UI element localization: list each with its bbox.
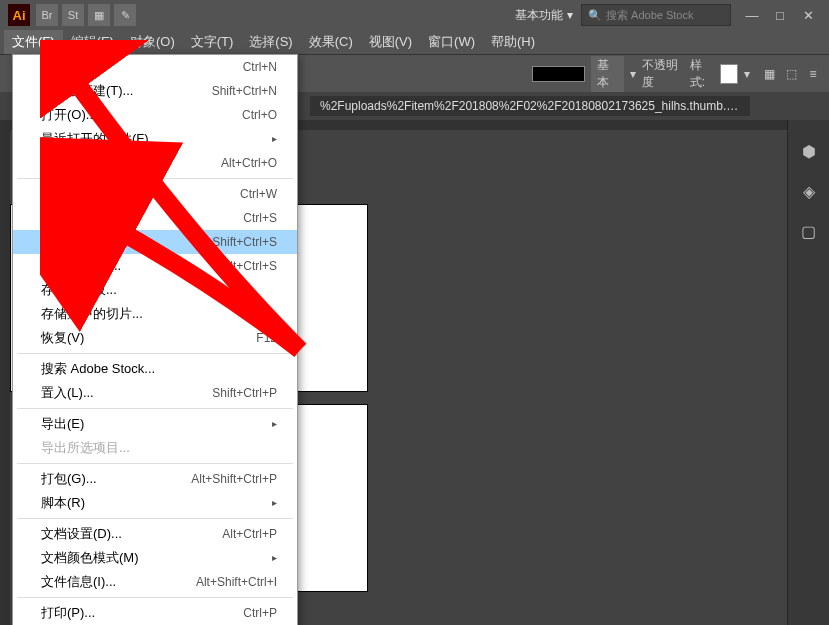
menu-item-shortcut: Shift+Ctrl+S xyxy=(212,233,277,251)
menu-item-23[interactable]: 文档设置(D)...Alt+Ctrl+P xyxy=(13,522,297,546)
style-swatch[interactable] xyxy=(720,64,738,84)
menu-item-shortcut: Shift+Ctrl+N xyxy=(212,82,277,100)
menu-window[interactable]: 窗口(W) xyxy=(420,30,483,54)
menu-item-label: 关闭(C) xyxy=(41,185,85,203)
minimize-button[interactable]: — xyxy=(739,6,765,24)
menu-item-18: 导出所选项目... xyxy=(13,436,297,460)
extras-icon[interactable]: ✎ xyxy=(114,4,136,26)
menu-item-14[interactable]: 搜索 Adobe Stock... xyxy=(13,357,297,381)
menu-item-label: 存储为模板... xyxy=(41,281,117,299)
menu-item-12[interactable]: 恢复(V)F12 xyxy=(13,326,297,350)
opacity-label: 不透明度 xyxy=(642,57,684,91)
menu-item-11[interactable]: 存储选中的切片... xyxy=(13,302,297,326)
maximize-button[interactable]: □ xyxy=(767,6,793,24)
menu-item-label: 文档设置(D)... xyxy=(41,525,122,543)
menu-item-4: 在 Bridge 中浏览...Alt+Ctrl+O xyxy=(13,151,297,175)
document-tab[interactable]: %2Fuploads%2Fitem%2F201808%2F02%2F201808… xyxy=(310,96,750,116)
workspace-switcher[interactable]: 基本功能 ▾ xyxy=(507,5,581,26)
app-logo-icon: Ai xyxy=(8,4,30,26)
style-label: 样式: xyxy=(690,57,714,91)
menu-item-label: 打开(O)... xyxy=(41,106,97,124)
menu-separator xyxy=(17,178,293,179)
menu-item-shortcut: Alt+Ctrl+P xyxy=(222,525,277,543)
workspace-label: 基本功能 xyxy=(515,7,563,24)
transform-icon[interactable]: ⬚ xyxy=(783,65,799,83)
menu-item-label: 导出所选项目... xyxy=(41,439,130,457)
chevron-down-icon[interactable]: ▾ xyxy=(744,67,750,81)
menu-item-label: 在 Bridge 中浏览... xyxy=(41,154,149,172)
menu-item-shortcut: Alt+Ctrl+S xyxy=(222,257,277,275)
menubar: 文件(F) 编辑(E) 对象(O) 文字(T) 选择(S) 效果(C) 视图(V… xyxy=(0,30,829,54)
menu-item-27[interactable]: 打印(P)...Ctrl+P xyxy=(13,601,297,625)
menu-item-1[interactable]: 从模板新建(T)...Shift+Ctrl+N xyxy=(13,79,297,103)
menu-item-0[interactable]: 新建(N)...Ctrl+N xyxy=(13,55,297,79)
menu-item-shortcut: Shift+Ctrl+P xyxy=(212,384,277,402)
menu-item-24[interactable]: 文档颜色模式(M) xyxy=(13,546,297,570)
panel-menu-icon[interactable]: ≡ xyxy=(805,65,821,83)
menu-item-label: 文件信息(I)... xyxy=(41,573,116,591)
menu-item-label: 脚本(R) xyxy=(41,494,85,512)
menu-item-label: 搜索 Adobe Stock... xyxy=(41,360,155,378)
align-icon[interactable]: ▦ xyxy=(762,65,778,83)
menu-item-shortcut: Ctrl+W xyxy=(240,185,277,203)
menu-edit[interactable]: 编辑(E) xyxy=(63,30,122,54)
libraries-icon[interactable]: ⬢ xyxy=(798,140,820,162)
menu-separator xyxy=(17,518,293,519)
menu-item-3[interactable]: 最近打开的文件(F) xyxy=(13,127,297,151)
menu-item-shortcut: F12 xyxy=(256,329,277,347)
menu-item-label: 存储(S) xyxy=(41,209,84,227)
menu-item-shortcut: Alt+Shift+Ctrl+I xyxy=(196,573,277,591)
menu-separator xyxy=(17,597,293,598)
menu-help[interactable]: 帮助(H) xyxy=(483,30,543,54)
menu-item-label: 文档颜色模式(M) xyxy=(41,549,139,567)
menu-item-label: 从模板新建(T)... xyxy=(41,82,133,100)
menu-item-9[interactable]: 存储副本(Y)...Alt+Ctrl+S xyxy=(13,254,297,278)
menu-object[interactable]: 对象(O) xyxy=(122,30,183,54)
chevron-down-icon[interactable]: ▾ xyxy=(630,67,636,81)
menu-item-label: 新建(N)... xyxy=(41,58,96,76)
close-button[interactable]: ✕ xyxy=(795,6,821,24)
menu-select[interactable]: 选择(S) xyxy=(241,30,300,54)
layers-icon[interactable]: ◈ xyxy=(798,180,820,202)
menu-item-label: 导出(E) xyxy=(41,415,84,433)
artboards-icon[interactable]: ▢ xyxy=(798,220,820,242)
menu-item-2[interactable]: 打开(O)...Ctrl+O xyxy=(13,103,297,127)
menu-separator xyxy=(17,408,293,409)
menu-separator xyxy=(17,463,293,464)
menu-item-21[interactable]: 脚本(R) xyxy=(13,491,297,515)
arrange-icon[interactable]: ▦ xyxy=(88,4,110,26)
menu-item-label: 存储选中的切片... xyxy=(41,305,143,323)
menu-item-17[interactable]: 导出(E) xyxy=(13,412,297,436)
menu-item-10[interactable]: 存储为模板... xyxy=(13,278,297,302)
menu-item-shortcut: Ctrl+P xyxy=(243,604,277,622)
menu-item-shortcut: Ctrl+N xyxy=(243,58,277,76)
menu-item-label: 存储副本(Y)... xyxy=(41,257,121,275)
title-app-icons: Br St ▦ ✎ xyxy=(36,4,136,26)
menu-type[interactable]: 文字(T) xyxy=(183,30,242,54)
search-placeholder: 搜索 Adobe Stock xyxy=(606,8,693,23)
search-stock-input[interactable]: 🔍 搜索 Adobe Stock xyxy=(581,4,731,26)
bridge-icon[interactable]: Br xyxy=(36,4,58,26)
menu-item-label: 打包(G)... xyxy=(41,470,97,488)
menu-view[interactable]: 视图(V) xyxy=(361,30,420,54)
menu-item-shortcut: Alt+Shift+Ctrl+P xyxy=(191,470,277,488)
menu-item-25[interactable]: 文件信息(I)...Alt+Shift+Ctrl+I xyxy=(13,570,297,594)
menu-item-label: 打印(P)... xyxy=(41,604,95,622)
menu-item-20[interactable]: 打包(G)...Alt+Shift+Ctrl+P xyxy=(13,467,297,491)
menu-item-shortcut: Ctrl+S xyxy=(243,209,277,227)
menu-item-15[interactable]: 置入(L)...Shift+Ctrl+P xyxy=(13,381,297,405)
menu-item-label: 最近打开的文件(F) xyxy=(41,130,149,148)
menu-item-7[interactable]: 存储(S)Ctrl+S xyxy=(13,206,297,230)
menu-item-6[interactable]: 关闭(C)Ctrl+W xyxy=(13,182,297,206)
menu-item-shortcut: Alt+Ctrl+O xyxy=(221,154,277,172)
search-icon: 🔍 xyxy=(588,9,602,22)
menu-file[interactable]: 文件(F) xyxy=(4,30,63,54)
menu-item-label: 置入(L)... xyxy=(41,384,94,402)
stock-icon[interactable]: St xyxy=(62,4,84,26)
stroke-preview[interactable] xyxy=(532,66,585,82)
menu-effect[interactable]: 效果(C) xyxy=(301,30,361,54)
titlebar: Ai Br St ▦ ✎ 基本功能 ▾ 🔍 搜索 Adobe Stock — □… xyxy=(0,0,829,30)
menu-item-8[interactable]: 存储为(A)...Shift+Ctrl+S xyxy=(13,230,297,254)
right-panel-rail: ⬢ ◈ ▢ xyxy=(787,120,829,625)
stroke-style-label[interactable]: 基本 xyxy=(591,56,624,92)
